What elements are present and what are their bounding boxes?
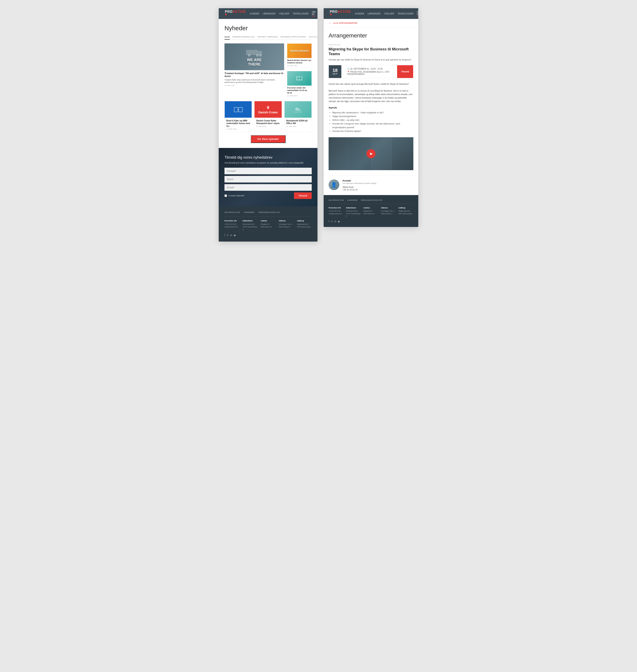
- agenda-list: Migrering eller sameksistens – hvilke mu…: [329, 111, 413, 133]
- right-facebook-icon[interactable]: f: [329, 220, 329, 223]
- filter-data[interactable]: DATA & AI: [309, 36, 317, 39]
- back-arrow-icon: ←: [329, 21, 331, 25]
- right-nav-losninger[interactable]: LØSNINGER: [368, 13, 381, 15]
- contact-avatar: 👤: [329, 179, 339, 190]
- footer-kob-line1: Rosernørs Alle 1: [242, 223, 257, 226]
- right-footer-kob-l1: Rosernørs Alle 1: [346, 210, 361, 213]
- news-big-card[interactable]: WE ARETHERE Trioplast foretager "lift-an…: [224, 43, 284, 98]
- tilmeld-button[interactable]: Tilmeld: [397, 65, 413, 78]
- right-nav: PROACTIVE KUNDER LØSNINGER YDELSER TEKNO…: [324, 8, 418, 19]
- event-time: 🕒 18. SEPTEMBER KL. 15:00 - 15:30: [347, 68, 392, 70]
- big-card-headline: Trioplast foretager "lift-and-shift" af …: [224, 72, 284, 78]
- newsletter-submit[interactable]: Tilmeld: [294, 193, 312, 199]
- news-row-3: Brüel & Kjær og HBM understøtter fusion …: [224, 101, 312, 132]
- event-location: 📍 PROACTIVE, ROSENKØRS ALLE 1, 1970 FRED…: [347, 71, 392, 75]
- event-body1: Hvorfor bør man vænne sig til at bruge M…: [329, 82, 413, 86]
- agenda-item-4: Hvordan får vi brugerne med: Vigtige sce…: [332, 122, 413, 129]
- footer-cols: ProActive A/S +45 82 32 32 32 info@proac…: [224, 220, 312, 231]
- event-time-text: 18. SEPTEMBER KL. 15:00 - 15:30: [350, 68, 383, 70]
- facebook-icon[interactable]: f: [224, 234, 225, 237]
- instagram-icon[interactable]: ◉: [234, 234, 236, 237]
- esdh-date: 13. SEP 2019: [286, 126, 310, 127]
- right-nav-ydelser[interactable]: YDELSER: [384, 13, 394, 15]
- filter-modern[interactable]: MODERN WORKPLACE: [233, 36, 255, 39]
- right-footer-aalborg-l2: 9400 Nørresundby: [398, 213, 413, 215]
- newsletter-content: Tilmeld dig vores nyhedsbrev Ved tilmeld…: [224, 155, 312, 199]
- right-twitter-icon[interactable]: 𝕏: [331, 220, 333, 223]
- datapolitik-checkbox[interactable]: [224, 195, 227, 197]
- event-location-text: PROACTIVE, ROSENKØRS ALLE 1, 1970 FREDER…: [347, 71, 389, 75]
- esdh-image: [285, 101, 311, 118]
- contact-info: Kontakt For nærmere information kontakt …: [343, 179, 376, 191]
- right-footer-aarhus: Aarhus Åbogade 15 8200 Aarhus N: [364, 207, 379, 218]
- event-video[interactable]: ▶: [329, 137, 413, 170]
- right-footer-persdata[interactable]: PERSONDATAPOLITIK: [361, 199, 382, 201]
- newsletter-sub: Ved tilmelding til vores nyhedsbrev acce…: [224, 161, 312, 164]
- danish-crown-label: Danish Crown: [258, 111, 278, 114]
- filter-project[interactable]: PROJECT SERVICES: [258, 36, 278, 39]
- svg-rect-13: [294, 111, 302, 112]
- truck-text: WE ARETHERE: [246, 58, 262, 67]
- crown-icon: ♛: [266, 105, 270, 110]
- bruel-text: Brüel & Kjær og HBM understøtter fusion …: [225, 118, 252, 132]
- firstname-input[interactable]: [224, 168, 312, 174]
- footer-odense-line2: 5000 Odense C: [279, 226, 294, 229]
- footer-aalborg-line1: Stigåborgvej 60: [297, 223, 312, 226]
- danish-crown-date: 13. SEP 2019: [256, 126, 280, 127]
- filter-tabs: ALLE MODERN WORKPLACE PROJECT SERVICES B…: [224, 36, 312, 40]
- news-col-right: MAERSK BROKER Maersk Broker lancerer nyt…: [287, 43, 312, 98]
- right-footer-om[interactable]: OM PROACTIVE: [329, 199, 344, 201]
- location-icon: 📍: [347, 71, 350, 73]
- svg-point-11: [295, 107, 298, 111]
- right-nav-kunder[interactable]: KUNDER: [355, 13, 364, 15]
- filter-business[interactable]: BUSINESS APPLICATIONS: [281, 36, 306, 39]
- agenda-title: Agenda: [329, 106, 413, 109]
- video-play-button[interactable]: ▶: [366, 149, 376, 158]
- footer-proactive-email: info@proactive.dk: [224, 226, 239, 229]
- right-nav-links: KUNDER LØSNINGER YDELSER TEKNOLOGIER OM …: [355, 11, 418, 16]
- email-input[interactable]: [224, 184, 312, 191]
- right-linkedin-icon[interactable]: in: [334, 220, 336, 223]
- vis-flere-button[interactable]: Vis flere nyheder: [251, 135, 286, 143]
- agenda-item-1: Migrering eller sameksistens – hvilke mu…: [332, 111, 413, 115]
- news-body: Nyheder ALLE MODERN WORKPLACE PROJECT SE…: [219, 19, 317, 143]
- nav-teknologier[interactable]: TEKNOLOGIER: [293, 13, 309, 15]
- left-logo[interactable]: PROACTIVE: [225, 10, 246, 17]
- right-logo[interactable]: PROACTIVE: [330, 10, 351, 17]
- ski-image: [287, 71, 311, 86]
- esdh-card[interactable]: Nyskabende ESDH på Office 365 13. SEP 20…: [284, 101, 312, 132]
- right-nav-om-os[interactable]: OM OS: [417, 11, 418, 16]
- filter-alle[interactable]: ALLE: [224, 36, 230, 39]
- footer-aarhus-title: Aarhus: [261, 220, 275, 222]
- svg-rect-7: [300, 77, 302, 79]
- bruel-headline: Brüel & Kjær og HBM understøtter fusion …: [226, 119, 250, 127]
- event-title: Migrering fra Skype for Business til Mic…: [329, 47, 413, 57]
- nav-om-os[interactable]: OM 05: [312, 11, 315, 16]
- danish-crown-card[interactable]: ♛ Danish Crown Danish Crown flytter Shar…: [254, 101, 282, 132]
- back-link[interactable]: ← ALLE ARRANGEMENTER: [324, 19, 418, 28]
- news-top-row: WE ARETHERE Trioplast foretager "lift-an…: [224, 43, 312, 98]
- right-footer-pa-phone: +45 82 32 32 32: [329, 210, 344, 213]
- right-nav-teknologier[interactable]: TEKNOLOGIER: [398, 13, 414, 15]
- nav-ydelser[interactable]: YDELSER: [279, 13, 289, 15]
- footer-karriere[interactable]: KARRIERE: [244, 211, 254, 213]
- bruel-card[interactable]: Brüel & Kjær og HBM understøtter fusion …: [224, 101, 252, 132]
- linkedin-icon[interactable]: in: [230, 234, 232, 237]
- company-input[interactable]: [224, 176, 312, 182]
- danish-crown-text: Danish Crown flytter Sharepoint farm i s…: [255, 118, 281, 129]
- maersk-card[interactable]: MAERSK BROKER Maersk Broker lancerer nyt…: [287, 43, 312, 68]
- right-instagram-icon[interactable]: ◉: [338, 220, 340, 223]
- right-footer-odense-l1: Kochsgade 310, 2.: [381, 210, 396, 213]
- play-icon: ▶: [370, 152, 372, 156]
- twitter-icon[interactable]: 𝕏: [227, 234, 229, 237]
- ski-card[interactable]: ProActive vinder SKI rammeaftaler 02.18 …: [287, 71, 312, 98]
- contact-phone: +45 31 42 01 33: [343, 189, 376, 191]
- danish-crown-subheadline: Danish Crown flytter Sharepoint farm i s…: [256, 119, 280, 125]
- nav-losninger[interactable]: LØSNINGER: [263, 13, 276, 15]
- right-footer-karriere[interactable]: KARRIERE: [347, 199, 358, 201]
- nav-kunder[interactable]: KUNDER: [250, 13, 259, 15]
- footer-persdata[interactable]: PERSONDATAPOLITIK: [258, 211, 280, 213]
- maersk-date: 13. SEP 2019: [287, 65, 311, 67]
- footer-aalborg: Aalborg Stigåborgvej 60 9400 Nørresundby: [297, 220, 312, 231]
- footer-om[interactable]: OM PROACTIVE: [224, 211, 240, 213]
